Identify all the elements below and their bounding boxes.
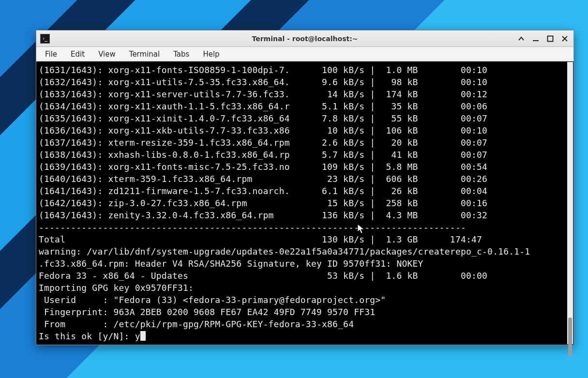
- confirm-prompt: Is this ok [y/N]:: [39, 331, 135, 341]
- terminal-output[interactable]: (1631/1643): xorg-x11-fonts-ISO8859-1-10…: [37, 62, 573, 344]
- terminal-window: Terminal - root@localhost:~ File Edit Vi…: [36, 30, 574, 345]
- menu-help[interactable]: Help: [197, 48, 225, 60]
- menu-edit[interactable]: Edit: [65, 48, 90, 60]
- menu-file[interactable]: File: [39, 48, 63, 60]
- rollup-button[interactable]: [517, 35, 525, 43]
- close-button[interactable]: [561, 35, 569, 43]
- menu-view[interactable]: View: [92, 48, 121, 60]
- titlebar[interactable]: Terminal - root@localhost:~: [36, 30, 573, 47]
- menu-tabs[interactable]: Tabs: [167, 48, 195, 60]
- scrollbar[interactable]: [567, 62, 573, 344]
- scrollbar-thumb[interactable]: [568, 318, 572, 356]
- minimize-button[interactable]: [532, 35, 540, 43]
- window-controls: [517, 35, 573, 43]
- terminal-app-icon: [40, 34, 50, 44]
- terminal-viewport: (1631/1643): xorg-x11-fonts-ISO8859-1-10…: [36, 61, 573, 345]
- menubar: File Edit View Terminal Tabs Help: [36, 47, 573, 61]
- svg-rect-0: [533, 40, 539, 41]
- menu-terminal[interactable]: Terminal: [123, 48, 166, 60]
- text-cursor: [140, 331, 146, 341]
- maximize-button[interactable]: [546, 35, 554, 43]
- window-title: Terminal - root@localhost:~: [36, 35, 573, 43]
- svg-rect-1: [548, 36, 553, 41]
- confirm-input[interactable]: y: [135, 331, 140, 341]
